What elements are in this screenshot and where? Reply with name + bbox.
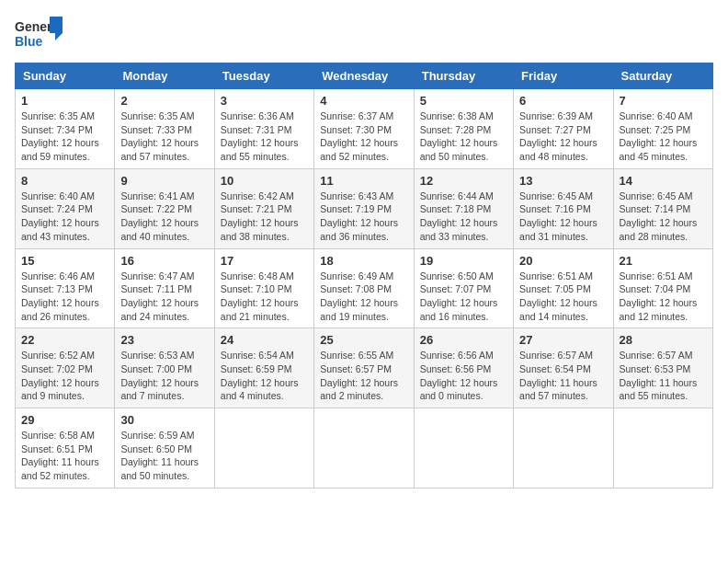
day-number: 3 bbox=[221, 94, 308, 108]
calendar-cell bbox=[514, 408, 613, 488]
calendar-cell: 19Sunrise: 6:50 AM Sunset: 7:07 PM Dayli… bbox=[414, 248, 513, 328]
logo-svg: GeneralBlue bbox=[15, 15, 65, 53]
day-number: 20 bbox=[519, 254, 607, 268]
day-info: Sunrise: 6:51 AM Sunset: 7:04 PM Dayligh… bbox=[620, 270, 707, 324]
calendar-cell: 3Sunrise: 6:36 AM Sunset: 7:31 PM Daylig… bbox=[214, 89, 313, 169]
calendar-cell: 20Sunrise: 6:51 AM Sunset: 7:05 PM Dayli… bbox=[514, 248, 613, 328]
calendar-header-row: SundayMondayTuesdayWednesdayThursdayFrid… bbox=[16, 63, 713, 89]
day-number: 14 bbox=[620, 174, 707, 188]
calendar-cell: 28Sunrise: 6:57 AM Sunset: 6:53 PM Dayli… bbox=[613, 328, 712, 408]
day-info: Sunrise: 6:58 AM Sunset: 6:51 PM Dayligh… bbox=[21, 429, 108, 483]
day-number: 17 bbox=[221, 254, 308, 268]
calendar-table: SundayMondayTuesdayWednesdayThursdayFrid… bbox=[15, 63, 713, 488]
calendar-cell bbox=[214, 408, 313, 488]
day-number: 28 bbox=[620, 333, 707, 347]
day-number: 15 bbox=[21, 254, 108, 268]
calendar-cell: 12Sunrise: 6:44 AM Sunset: 7:18 PM Dayli… bbox=[414, 168, 513, 248]
day-number: 27 bbox=[519, 333, 607, 347]
day-info: Sunrise: 6:49 AM Sunset: 7:08 PM Dayligh… bbox=[320, 270, 407, 324]
day-info: Sunrise: 6:52 AM Sunset: 7:02 PM Dayligh… bbox=[21, 349, 108, 403]
weekday-header-wednesday: Wednesday bbox=[314, 63, 414, 89]
svg-marker-2 bbox=[50, 17, 63, 40]
weekday-header-thursday: Thursday bbox=[414, 63, 513, 89]
day-info: Sunrise: 6:48 AM Sunset: 7:10 PM Dayligh… bbox=[221, 270, 308, 324]
day-info: Sunrise: 6:40 AM Sunset: 7:25 PM Dayligh… bbox=[620, 109, 707, 164]
calendar-cell: 26Sunrise: 6:56 AM Sunset: 6:56 PM Dayli… bbox=[414, 328, 513, 408]
day-number: 24 bbox=[221, 333, 308, 347]
calendar-cell: 17Sunrise: 6:48 AM Sunset: 7:10 PM Dayli… bbox=[214, 248, 313, 328]
calendar-cell: 18Sunrise: 6:49 AM Sunset: 7:08 PM Dayli… bbox=[314, 248, 414, 328]
day-number: 10 bbox=[221, 174, 308, 188]
calendar-cell: 29Sunrise: 6:58 AM Sunset: 6:51 PM Dayli… bbox=[16, 408, 115, 488]
day-info: Sunrise: 6:55 AM Sunset: 6:57 PM Dayligh… bbox=[320, 349, 407, 403]
weekday-header-monday: Monday bbox=[115, 63, 214, 89]
day-info: Sunrise: 6:53 AM Sunset: 7:00 PM Dayligh… bbox=[120, 349, 208, 403]
calendar-cell: 16Sunrise: 6:47 AM Sunset: 7:11 PM Dayli… bbox=[115, 248, 214, 328]
day-info: Sunrise: 6:41 AM Sunset: 7:22 PM Dayligh… bbox=[120, 190, 208, 244]
day-info: Sunrise: 6:39 AM Sunset: 7:27 PM Dayligh… bbox=[519, 109, 607, 164]
calendar-cell: 23Sunrise: 6:53 AM Sunset: 7:00 PM Dayli… bbox=[115, 328, 214, 408]
calendar-cell: 5Sunrise: 6:38 AM Sunset: 7:28 PM Daylig… bbox=[414, 89, 513, 169]
day-info: Sunrise: 6:57 AM Sunset: 6:53 PM Dayligh… bbox=[620, 349, 707, 403]
day-info: Sunrise: 6:35 AM Sunset: 7:33 PM Dayligh… bbox=[120, 109, 208, 164]
calendar-week-1: 1Sunrise: 6:35 AM Sunset: 7:34 PM Daylig… bbox=[16, 89, 713, 169]
day-number: 21 bbox=[620, 254, 707, 268]
calendar-cell: 8Sunrise: 6:40 AM Sunset: 7:24 PM Daylig… bbox=[16, 168, 115, 248]
day-info: Sunrise: 6:46 AM Sunset: 7:13 PM Dayligh… bbox=[21, 270, 108, 324]
day-info: Sunrise: 6:35 AM Sunset: 7:34 PM Dayligh… bbox=[21, 109, 108, 164]
calendar-cell bbox=[314, 408, 414, 488]
day-info: Sunrise: 6:51 AM Sunset: 7:05 PM Dayligh… bbox=[519, 270, 607, 324]
day-number: 25 bbox=[320, 333, 407, 347]
day-info: Sunrise: 6:44 AM Sunset: 7:18 PM Dayligh… bbox=[420, 190, 507, 244]
logo: GeneralBlue bbox=[15, 15, 65, 53]
calendar-cell: 27Sunrise: 6:57 AM Sunset: 6:54 PM Dayli… bbox=[514, 328, 613, 408]
calendar-cell: 1Sunrise: 6:35 AM Sunset: 7:34 PM Daylig… bbox=[16, 89, 115, 169]
calendar-cell bbox=[613, 408, 712, 488]
day-info: Sunrise: 6:57 AM Sunset: 6:54 PM Dayligh… bbox=[519, 349, 607, 403]
day-number: 30 bbox=[120, 413, 208, 427]
day-info: Sunrise: 6:40 AM Sunset: 7:24 PM Dayligh… bbox=[21, 190, 108, 244]
day-number: 22 bbox=[21, 333, 108, 347]
day-number: 16 bbox=[120, 254, 208, 268]
day-info: Sunrise: 6:54 AM Sunset: 6:59 PM Dayligh… bbox=[221, 349, 308, 403]
weekday-header-tuesday: Tuesday bbox=[214, 63, 313, 89]
day-info: Sunrise: 6:42 AM Sunset: 7:21 PM Dayligh… bbox=[221, 190, 308, 244]
day-number: 23 bbox=[120, 333, 208, 347]
calendar-week-5: 29Sunrise: 6:58 AM Sunset: 6:51 PM Dayli… bbox=[16, 408, 713, 488]
calendar-cell: 25Sunrise: 6:55 AM Sunset: 6:57 PM Dayli… bbox=[314, 328, 414, 408]
svg-text:Blue: Blue bbox=[15, 34, 43, 49]
day-info: Sunrise: 6:37 AM Sunset: 7:30 PM Dayligh… bbox=[320, 109, 407, 164]
day-number: 1 bbox=[21, 94, 108, 108]
calendar-cell: 24Sunrise: 6:54 AM Sunset: 6:59 PM Dayli… bbox=[214, 328, 313, 408]
day-info: Sunrise: 6:59 AM Sunset: 6:50 PM Dayligh… bbox=[120, 429, 208, 483]
calendar-cell: 14Sunrise: 6:45 AM Sunset: 7:14 PM Dayli… bbox=[613, 168, 712, 248]
day-number: 7 bbox=[620, 94, 707, 108]
day-info: Sunrise: 6:47 AM Sunset: 7:11 PM Dayligh… bbox=[120, 270, 208, 324]
calendar-week-4: 22Sunrise: 6:52 AM Sunset: 7:02 PM Dayli… bbox=[16, 328, 713, 408]
day-number: 29 bbox=[21, 413, 108, 427]
calendar-cell: 2Sunrise: 6:35 AM Sunset: 7:33 PM Daylig… bbox=[115, 89, 214, 169]
calendar-week-2: 8Sunrise: 6:40 AM Sunset: 7:24 PM Daylig… bbox=[16, 168, 713, 248]
weekday-header-saturday: Saturday bbox=[613, 63, 712, 89]
day-number: 8 bbox=[21, 174, 108, 188]
day-number: 4 bbox=[320, 94, 407, 108]
day-number: 18 bbox=[320, 254, 407, 268]
calendar-cell: 4Sunrise: 6:37 AM Sunset: 7:30 PM Daylig… bbox=[314, 89, 414, 169]
calendar-cell: 22Sunrise: 6:52 AM Sunset: 7:02 PM Dayli… bbox=[16, 328, 115, 408]
weekday-header-sunday: Sunday bbox=[16, 63, 115, 89]
day-info: Sunrise: 6:45 AM Sunset: 7:14 PM Dayligh… bbox=[620, 190, 707, 244]
day-info: Sunrise: 6:43 AM Sunset: 7:19 PM Dayligh… bbox=[320, 190, 407, 244]
day-number: 2 bbox=[120, 94, 208, 108]
calendar-cell: 6Sunrise: 6:39 AM Sunset: 7:27 PM Daylig… bbox=[514, 89, 613, 169]
calendar-cell: 10Sunrise: 6:42 AM Sunset: 7:21 PM Dayli… bbox=[214, 168, 313, 248]
day-info: Sunrise: 6:36 AM Sunset: 7:31 PM Dayligh… bbox=[221, 109, 308, 164]
calendar-cell: 11Sunrise: 6:43 AM Sunset: 7:19 PM Dayli… bbox=[314, 168, 414, 248]
day-number: 19 bbox=[420, 254, 507, 268]
calendar-cell: 13Sunrise: 6:45 AM Sunset: 7:16 PM Dayli… bbox=[514, 168, 613, 248]
day-number: 11 bbox=[320, 174, 407, 188]
calendar-week-3: 15Sunrise: 6:46 AM Sunset: 7:13 PM Dayli… bbox=[16, 248, 713, 328]
calendar-cell: 7Sunrise: 6:40 AM Sunset: 7:25 PM Daylig… bbox=[613, 89, 712, 169]
day-number: 9 bbox=[120, 174, 208, 188]
calendar-cell: 21Sunrise: 6:51 AM Sunset: 7:04 PM Dayli… bbox=[613, 248, 712, 328]
day-info: Sunrise: 6:45 AM Sunset: 7:16 PM Dayligh… bbox=[519, 190, 607, 244]
